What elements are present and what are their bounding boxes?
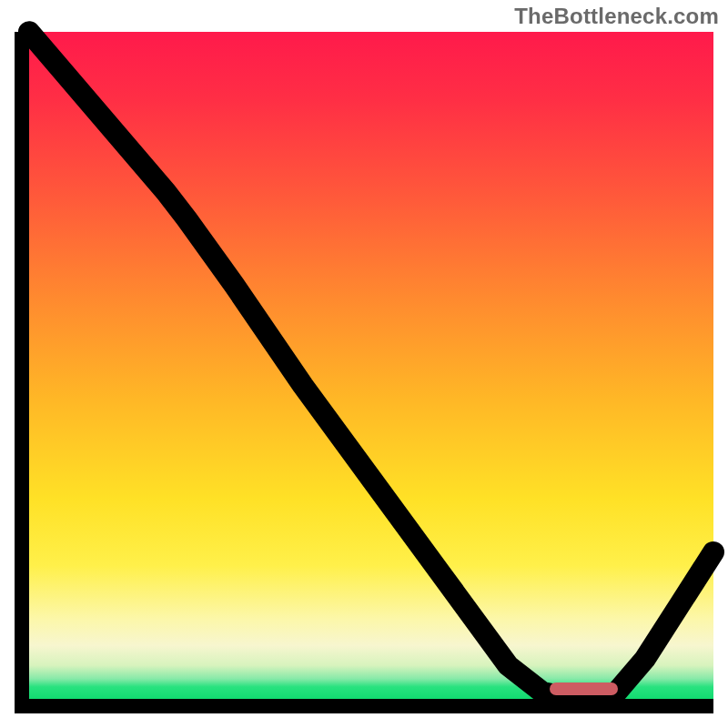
bottleneck-curve: [29, 32, 713, 699]
watermark-text: TheBottleneck.com: [514, 4, 719, 29]
chart-stage: TheBottleneck.com: [0, 0, 728, 728]
curve-svg: [29, 32, 713, 699]
plot-frame: [15, 32, 713, 713]
plot-gradient-background: [29, 32, 713, 699]
